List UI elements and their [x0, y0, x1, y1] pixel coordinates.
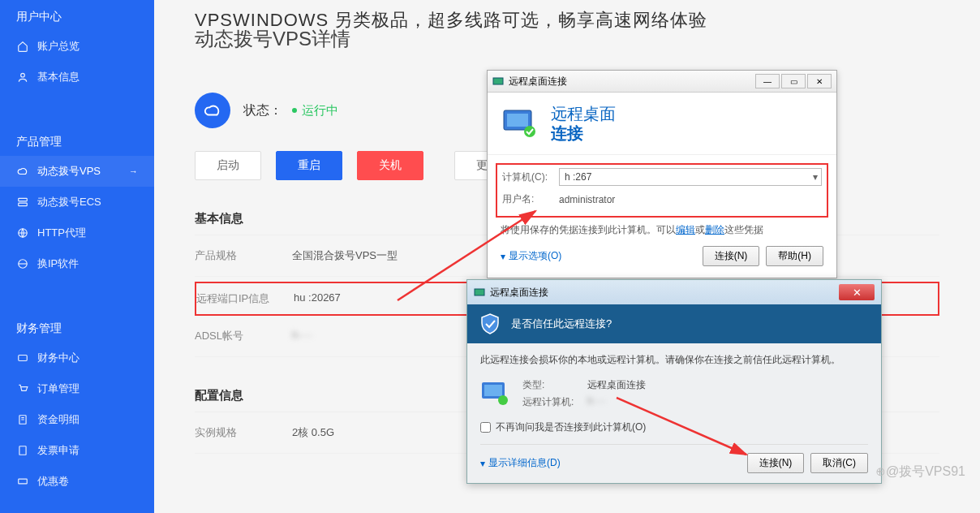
sidebar: 用户中心 账户总览 基本信息 产品管理 动态拨号VPS → 动态拨号ECS HT…	[0, 0, 154, 513]
chevron-down-icon: ▾	[501, 251, 505, 262]
sidebar-item-label: HTTP代理	[37, 226, 86, 240]
wallet-icon	[16, 351, 29, 364]
sidebar-item-basic-info[interactable]: 基本信息	[0, 62, 154, 93]
info-label: 产品规格	[195, 248, 292, 263]
cloud-icon	[16, 165, 29, 178]
connect-button[interactable]: 连接(N)	[703, 246, 760, 266]
user-value: administrator	[559, 194, 615, 205]
svg-rect-1	[19, 198, 28, 201]
rdc-detail-icon	[480, 381, 511, 407]
info-value: 全国混合拨号VPS一型	[292, 248, 398, 263]
svg-rect-9	[493, 78, 503, 84]
chevron-down-icon: ▾	[480, 458, 485, 469]
close-button[interactable]: ✕	[807, 74, 832, 88]
sidebar-item-orders[interactable]: 订单管理	[0, 373, 154, 404]
cart-icon	[16, 382, 29, 395]
computer-combo[interactable]: h :267 ▾	[559, 168, 822, 186]
shield-icon	[479, 313, 501, 335]
edit-credentials-link[interactable]: 编辑	[676, 224, 695, 235]
rdc-large-icon	[501, 107, 539, 140]
sidebar-item-label: 账户总览	[37, 39, 80, 54]
sidebar-item-dynamic-vps[interactable]: 动态拨号VPS →	[0, 156, 154, 187]
close-button[interactable]: ✕	[839, 284, 875, 300]
server-icon	[16, 196, 29, 209]
svg-point-12	[524, 126, 535, 137]
type-value: 远程桌面连接	[587, 378, 646, 392]
invoice-icon	[16, 444, 29, 457]
cloud-badge-icon	[195, 93, 230, 128]
dialog-header-title2: 连接	[551, 123, 616, 143]
computer-value: h :267	[565, 171, 591, 183]
sidebar-item-invoice[interactable]: 发票申请	[0, 435, 154, 466]
sidebar-item-label: 动态拨号VPS	[37, 164, 101, 179]
start-button[interactable]: 启动	[195, 151, 261, 180]
help-button[interactable]: 帮助(H)	[766, 246, 823, 266]
status-value: 运行中	[302, 103, 338, 119]
user-label: 用户名:	[502, 192, 559, 206]
dialog-header-title1: 远程桌面	[551, 104, 616, 123]
info-value: 2核 0.5G	[292, 425, 334, 440]
info-label: 实例规格	[195, 425, 292, 440]
svg-rect-11	[507, 114, 528, 127]
trust-question: 是否信任此远程连接?	[511, 317, 612, 331]
show-details-link[interactable]: ▾ 显示详细信息(D)	[480, 456, 561, 470]
svg-rect-2	[19, 203, 28, 206]
sidebar-item-label: 订单管理	[37, 382, 80, 396]
info-value: hu :20267	[294, 291, 341, 306]
dialog-titlebar[interactable]: 远程桌面连接 — ▭ ✕	[488, 71, 836, 93]
sidebar-item-label: 基本信息	[37, 70, 80, 84]
chevron-down-icon: ▾	[813, 171, 818, 183]
delete-credentials-link[interactable]: 删除	[705, 224, 724, 235]
sidebar-item-account-overview[interactable]: 账户总览	[0, 31, 154, 62]
dialog-titlebar[interactable]: 远程桌面连接 ✕	[467, 280, 881, 304]
sidebar-item-http-proxy[interactable]: HTTP代理	[0, 218, 154, 248]
status-label: 状态：	[243, 102, 282, 119]
trust-description: 此远程连接会损坏你的本地或远程计算机。请确保你在连接之前信任此远程计算机。	[480, 353, 868, 367]
svg-point-0	[21, 73, 25, 77]
sidebar-item-finance-center[interactable]: 财务中心	[0, 343, 154, 373]
sidebar-item-coupon[interactable]: 优惠卷	[0, 466, 154, 497]
user-icon	[16, 71, 29, 84]
info-label: 远程端口IP信息	[196, 291, 294, 306]
svg-rect-5	[19, 356, 28, 361]
coupon-icon	[16, 475, 29, 488]
rdc-small-icon	[474, 287, 485, 298]
shutdown-button[interactable]: 关机	[357, 151, 423, 180]
sidebar-item-funds[interactable]: 资金明细	[0, 404, 154, 435]
sidebar-item-label: 资金明细	[37, 412, 80, 427]
ledger-icon	[16, 413, 29, 426]
sidebar-item-label: 动态拨号ECS	[37, 195, 101, 209]
svg-rect-13	[475, 289, 484, 295]
info-label: ADSL帐号	[195, 329, 292, 343]
rdc-connect-dialog: 远程桌面连接 — ▭ ✕ 远程桌面 连接 计算机(C): h :267 ▾	[487, 70, 837, 278]
show-options-link[interactable]: ▾ 显示选项(O)	[501, 249, 561, 263]
sidebar-item-ip-switch[interactable]: 换IP软件	[0, 248, 154, 279]
sidebar-item-label: 财务中心	[37, 351, 80, 365]
dont-ask-label: 不再询问我是否连接到此计算机(O)	[496, 420, 646, 434]
maximize-button[interactable]: ▭	[781, 74, 806, 88]
globe-icon	[16, 257, 29, 270]
sidebar-section-finance: 财务管理	[0, 312, 154, 343]
dont-ask-checkbox[interactable]	[480, 422, 491, 433]
svg-point-16	[498, 395, 508, 405]
cancel-button[interactable]: 取消(C)	[810, 453, 868, 473]
svg-rect-7	[19, 446, 26, 455]
svg-rect-8	[19, 479, 28, 484]
sidebar-section-user: 用户中心	[0, 0, 154, 31]
sidebar-item-dynamic-ecs[interactable]: 动态拨号ECS	[0, 187, 154, 218]
rdc-trust-dialog: 远程桌面连接 ✕ 是否信任此远程连接? 此远程连接会损坏你的本地或远程计算机。请…	[466, 279, 882, 484]
dialog-title: 远程桌面连接	[490, 286, 548, 300]
rdc-small-icon	[492, 75, 504, 87]
minimize-button[interactable]: —	[755, 74, 780, 88]
restart-button[interactable]: 重启	[276, 151, 342, 180]
credentials-note: 将使用保存的凭据连接到此计算机。可以编辑或删除这些凭据	[501, 222, 823, 238]
connect-button[interactable]: 连接(N)	[747, 453, 805, 473]
remote-computer-label: 远程计算机:	[522, 395, 587, 409]
computer-label: 计算机(C):	[502, 170, 559, 184]
sidebar-section-products: 产品管理	[0, 125, 154, 156]
remote-computer-value: h·····	[587, 395, 646, 409]
sidebar-item-label: 优惠卷	[37, 474, 69, 489]
sidebar-item-label: 发票申请	[37, 443, 80, 458]
globe-icon	[16, 226, 29, 239]
watermark: ⊕@拨号VPS91	[875, 463, 965, 481]
